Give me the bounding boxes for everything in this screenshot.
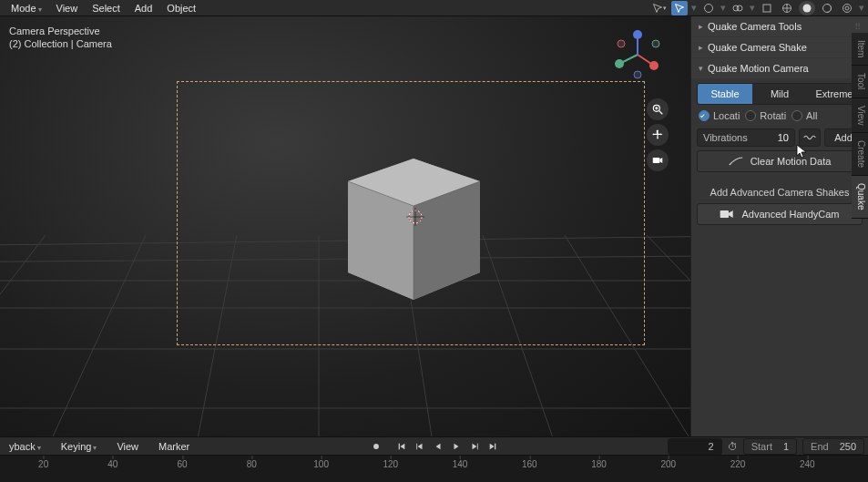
svg-line-44 [659,111,663,115]
overlays-icon[interactable] [730,1,746,15]
selectability-icon[interactable]: ▾ [651,1,668,15]
svg-rect-47 [653,158,660,163]
mode-dropdown[interactable]: Mode▾ [4,1,49,15]
tab-item[interactable]: Item [852,33,868,66]
playback-dropdown[interactable]: yback▾ [4,439,46,454]
jump-start-button[interactable] [393,439,410,454]
svg-line-16 [36,235,146,436]
autokey-button[interactable] [368,439,384,454]
axis-all[interactable]: All [791,110,817,121]
intensity-selector: Stable Mild Extreme [697,83,863,105]
play-button[interactable] [448,439,465,454]
menu-object[interactable]: Object [159,1,203,15]
camera-icon [720,209,734,220]
svg-rect-3 [763,5,771,12]
panel-label: Quake Camera Shake [708,42,807,53]
timeline: yback▾ Keying▾ View Marker 2 ⏱ Start1 En… [0,436,868,482]
panel-quake-shake[interactable]: ▸Quake Camera Shake⠿ [691,37,868,57]
tab-create[interactable]: Create [852,133,868,176]
svg-rect-51 [416,443,417,449]
current-frame-field[interactable]: 2 [668,438,722,455]
svg-point-37 [615,59,624,68]
shading-matprev-icon[interactable] [819,1,835,15]
timeline-ruler[interactable]: 20406080100120140160180200220240 [0,456,868,482]
tab-quake[interactable]: Quake [852,176,868,218]
svg-rect-48 [720,210,729,218]
end-frame-field[interactable]: End250 [802,438,864,455]
keying-dropdown[interactable]: Keying▾ [56,439,103,454]
intensity-stable[interactable]: Stable [698,84,752,104]
svg-rect-52 [476,443,477,449]
svg-point-5 [803,4,812,12]
menu-select[interactable]: Select [85,1,128,15]
svg-point-49 [373,444,379,449]
top-menu: Mode▾ View Select Add Object ▾ ▾ ▾ ▾ ▾ [0,0,868,16]
svg-rect-53 [495,443,495,449]
timeline-tick: 100 [313,459,329,469]
nav-gizmo[interactable] [610,27,665,82]
tab-view[interactable]: View [852,98,868,134]
camera-view-button[interactable] [647,149,669,171]
shading-solid-icon[interactable] [799,1,815,15]
advanced-shakes-label: Add Advanced Camera Shakes [697,178,863,203]
timeline-tick: 160 [522,459,537,469]
3d-viewport[interactable]: Camera Perspective (2) Collection | Came… [0,16,690,436]
viewport-overlay-text: Camera Perspective (2) Collection | Came… [9,26,112,51]
timeline-tick: 220 [730,459,746,469]
panel-label: Quake Motion Camera [708,63,809,74]
svg-line-15 [0,235,46,436]
menu-add[interactable]: Add [128,1,160,15]
svg-point-2 [737,5,742,11]
n-panel-tabs: Item Tool View Create Quake [852,33,868,219]
shading-wireframe-icon[interactable] [779,1,795,15]
start-frame-field[interactable]: Start1 [743,438,797,455]
timeline-marker[interactable]: Marker [153,439,195,454]
svg-point-0 [705,4,713,12]
next-key-button[interactable] [466,439,483,454]
svg-point-7 [843,4,852,12]
svg-point-38 [649,61,659,70]
advanced-handycam-button[interactable]: Advanced HandyCam [697,203,863,225]
panel-quake-tools[interactable]: ▸Quake Camera Tools⠿ [691,16,868,36]
timeline-tick: 80 [247,459,257,469]
svg-point-42 [634,71,641,78]
shading-rendered-icon[interactable] [839,1,855,15]
timeline-tick: 240 [800,459,815,469]
playback-controls [368,439,501,454]
svg-point-39 [633,30,642,39]
pan-viewport-button[interactable] [647,124,669,146]
vibrations-field[interactable]: Vibrations 10 [697,128,795,147]
axis-rotation[interactable]: Rotati [745,110,786,121]
xray-icon[interactable] [759,1,775,15]
timeline-tick: 180 [591,459,607,469]
wave-noise-button[interactable] [799,128,821,147]
menu-view[interactable]: View [49,1,86,15]
svg-point-8 [845,6,849,10]
play-reverse-button[interactable] [430,439,446,454]
svg-rect-50 [398,443,399,449]
timer-icon[interactable]: ⏱ [728,441,738,452]
tab-tool[interactable]: Tool [852,66,868,97]
main-area: Camera Perspective (2) Collection | Came… [0,16,868,436]
intensity-mild[interactable]: Mild [752,84,807,104]
prev-key-button[interactable] [412,439,428,454]
timeline-tick: 140 [453,459,468,469]
timeline-tick: 120 [383,459,399,469]
svg-line-22 [647,235,690,436]
header-right-icons: ▾ ▾ ▾ ▾ ▾ [651,1,864,15]
svg-point-40 [652,40,659,47]
jump-end-button[interactable] [485,439,501,454]
zoom-viewport-button[interactable] [647,98,669,120]
timeline-tick: 20 [38,459,48,469]
axis-location[interactable]: Locati [699,110,740,121]
panel-quake-motion[interactable]: ▾Quake Motion Camera⠿ [691,58,868,78]
timeline-view[interactable]: View [111,439,144,454]
timeline-tick: 60 [178,459,188,469]
camera-perspective-label: Camera Perspective [9,26,112,36]
gizmos-icon[interactable] [700,1,717,15]
cursor-icon[interactable] [671,1,688,15]
default-cube[interactable] [330,149,498,318]
timeline-tick: 200 [660,459,676,469]
timeline-header: yback▾ Keying▾ View Marker 2 ⏱ Start1 En… [0,437,868,456]
clear-motion-button[interactable]: Clear Motion Data [697,150,863,172]
